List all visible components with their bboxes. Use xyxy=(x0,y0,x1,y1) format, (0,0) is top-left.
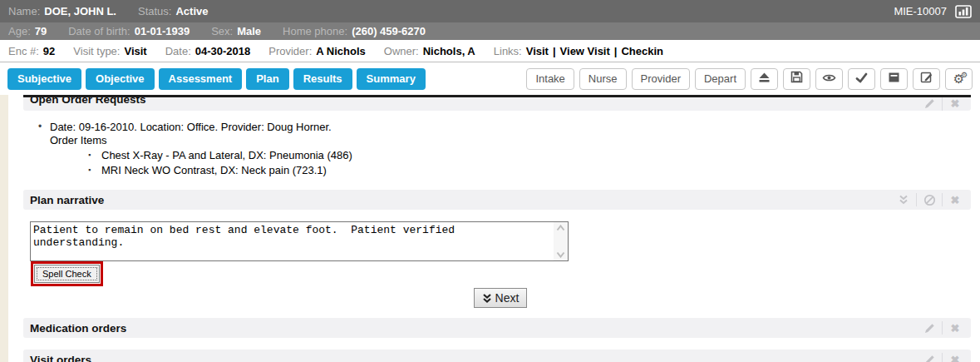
tab-results[interactable]: Results xyxy=(293,68,352,90)
settings-button[interactable]: ⚙ ⚙ xyxy=(945,68,973,90)
edit-section-icon[interactable] xyxy=(917,97,942,110)
enc-value: 92 xyxy=(43,45,55,57)
eject-icon xyxy=(758,72,771,87)
visit-type-value: Visit xyxy=(124,45,146,57)
link-separator: | xyxy=(553,45,556,57)
nurse-button[interactable]: Nurse xyxy=(579,68,627,90)
square-bullet: ▪ xyxy=(88,164,101,176)
edit-note-button[interactable] xyxy=(913,68,940,90)
tab-plan[interactable]: Plan xyxy=(246,68,288,90)
sex-value: Male xyxy=(237,25,261,37)
close-section-icon[interactable]: ✖ xyxy=(943,194,968,206)
edit-section-icon[interactable] xyxy=(917,354,942,362)
provider-button[interactable]: Provider xyxy=(632,68,690,90)
date-value: 04-30-2018 xyxy=(195,45,251,57)
edit-section-icon[interactable] xyxy=(917,322,942,335)
patient-bar: Name: DOE, JOHN L. Status: Active MIE-10… xyxy=(0,0,980,22)
plan-narrative-textarea[interactable]: Patient to remain on bed rest and elevat… xyxy=(30,221,569,261)
next-button[interactable]: Next xyxy=(474,288,528,308)
square-bullet: ▪ xyxy=(88,149,101,161)
eye-icon xyxy=(822,72,836,87)
open-order-requests-header[interactable]: Open Order Requests ✖ xyxy=(23,95,971,111)
scroll-up-icon[interactable] xyxy=(556,225,565,231)
sign-button[interactable] xyxy=(848,68,875,90)
visit-orders-header[interactable]: Visit orders ✖ xyxy=(23,350,971,362)
checkmark-icon xyxy=(855,72,868,87)
save-button[interactable] xyxy=(783,68,810,90)
tab-summary[interactable]: Summary xyxy=(357,68,426,90)
scroll-down-icon[interactable] xyxy=(556,251,565,258)
patient-name: DOE, JOHN L. xyxy=(44,5,116,17)
plan-narrative-text[interactable]: Patient to remain on bed rest and elevat… xyxy=(31,222,554,260)
link-view-visit[interactable]: View Visit xyxy=(560,45,610,57)
order-items-label: Order Items xyxy=(50,134,971,146)
order-item: ▪ MRI Neck WO Contrast, DX: Neck pain (7… xyxy=(88,164,971,176)
owner-label: Owner: xyxy=(384,45,419,57)
home-phone-value: (260) 459-6270 xyxy=(352,25,426,37)
view-button[interactable] xyxy=(815,68,843,90)
order-item-text: MRI Neck WO Contrast, DX: Neck pain (723… xyxy=(101,164,327,176)
encounter-content: Open Order Requests ✖ • Date: 09-16-2010… xyxy=(0,95,980,362)
close-section-icon[interactable]: ✖ xyxy=(943,322,968,335)
next-label: Next xyxy=(495,291,520,305)
eject-button[interactable] xyxy=(751,68,778,90)
collapse-section-icon[interactable] xyxy=(891,194,916,206)
dob-label: Date of birth: xyxy=(68,25,130,37)
status-label: Status: xyxy=(138,5,171,17)
tab-assessment[interactable]: Assessment xyxy=(159,68,243,90)
tab-objective[interactable]: Objective xyxy=(86,68,155,90)
order-request-line: Date: 09-16-2010. Location: Office. Prov… xyxy=(50,121,332,133)
intake-button[interactable]: Intake xyxy=(526,68,574,90)
tab-subjective[interactable]: Subjective xyxy=(7,68,81,90)
bullet: • xyxy=(38,121,50,133)
section-divider xyxy=(23,95,971,97)
sex-label: Sex: xyxy=(211,25,233,37)
plan-narrative-header[interactable]: Plan narrative xyxy=(23,190,971,210)
name-label: Name: xyxy=(8,5,40,17)
close-section-icon[interactable]: ✖ xyxy=(943,354,968,362)
patient-status: Active xyxy=(175,5,208,17)
chart-id: MIE-10007 xyxy=(894,5,947,17)
section-title: Medication orders xyxy=(23,322,126,335)
section-title: Visit orders xyxy=(23,354,91,362)
depart-button[interactable]: Depart xyxy=(695,68,746,90)
provider-value: A Nichols xyxy=(316,45,365,57)
encounter-links: Visit | View Visit | Checkin xyxy=(526,45,663,57)
gear-small-icon: ⚙ xyxy=(961,71,968,79)
age-label: Age: xyxy=(8,25,31,37)
encounter-bar: Enc #: 92 Visit type: Visit Date: 04-30-… xyxy=(0,40,980,62)
order-item-text: Chest X-Ray - PA and Lateral, DX: Pneumo… xyxy=(101,149,352,161)
date-label: Date: xyxy=(165,45,191,57)
home-phone-label: Home phone: xyxy=(283,25,347,37)
spell-check-highlight: Spell Check xyxy=(31,261,103,286)
provider-label: Provider: xyxy=(268,45,312,57)
medication-orders-header[interactable]: Medication orders ✖ xyxy=(23,318,971,338)
age-value: 79 xyxy=(35,25,47,37)
order-item: ▪ Chest X-Ray - PA and Lateral, DX: Pneu… xyxy=(88,149,971,161)
edit-pencil-square-icon xyxy=(920,71,933,87)
link-separator: | xyxy=(614,45,618,57)
owner-value: Nichols, A xyxy=(423,45,475,57)
visit-type-label: Visit type: xyxy=(73,45,120,57)
archive-box-icon xyxy=(888,72,900,87)
save-icon xyxy=(790,71,803,87)
link-visit[interactable]: Visit xyxy=(526,45,549,57)
dob-value: 01-01-1939 xyxy=(135,25,190,37)
section-title: Plan narrative xyxy=(23,194,104,206)
archive-button[interactable] xyxy=(880,68,908,90)
spell-check-button[interactable]: Spell Check xyxy=(34,265,100,283)
close-section-icon[interactable]: ✖ xyxy=(943,97,968,110)
textarea-scrollbar[interactable] xyxy=(554,222,568,260)
link-checkin[interactable]: Checkin xyxy=(621,45,663,57)
open-order-requests-body: • Date: 09-16-2010. Location: Office. Pr… xyxy=(23,111,971,190)
bar-chart-icon[interactable] xyxy=(955,5,972,18)
ehr-window: Name: DOE, JOHN L. Status: Active MIE-10… xyxy=(0,0,980,362)
enc-label: Enc #: xyxy=(8,45,39,57)
disable-section-icon[interactable] xyxy=(917,194,942,206)
links-label: Links: xyxy=(494,45,522,57)
double-chevron-down-icon xyxy=(482,293,492,304)
toolbar: Subjective Objective Assessment Plan Res… xyxy=(0,62,980,95)
plan-narrative-body: Patient to remain on bed rest and elevat… xyxy=(23,210,971,308)
demographics-bar: Age: 79 Date of birth: 01-01-1939 Sex: M… xyxy=(0,22,980,40)
